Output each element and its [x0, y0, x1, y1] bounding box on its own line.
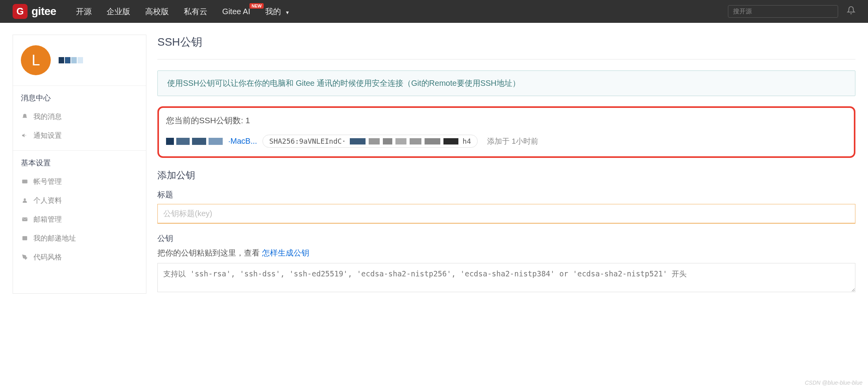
svg-rect-2 [22, 217, 27, 221]
logo-text: gitee [31, 5, 56, 18]
key-count-value: 1 [246, 116, 250, 125]
add-key-title: 添加公钥 [157, 169, 855, 182]
key-field-label: 公钥 [157, 233, 855, 244]
key-count-label: 您当前的SSH公钥数: [166, 116, 243, 125]
paste-hint: 把你的公钥粘贴到这里，查看 怎样生成公钥 [157, 248, 855, 258]
chevron-down-icon: ▼ [285, 10, 290, 15]
hash-redacted [350, 138, 458, 144]
user-icon [21, 196, 29, 204]
ssh-keys-box: 您当前的SSH公钥数: 1 ·MacB... SHA256:9aVNLEIndC… [157, 106, 855, 158]
nav-gitee-ai[interactable]: Gitee AI NEW [222, 7, 250, 16]
sidebar-item-label: 通知设置 [33, 131, 62, 140]
nav-mine[interactable]: 我的 ▼ [265, 6, 290, 17]
sidebar-item-label: 我的邮递地址 [33, 233, 76, 243]
hash-prefix: SHA256:9aVNLEIndC· [269, 137, 346, 145]
sidebar-item-email[interactable]: 邮箱管理 [13, 210, 146, 229]
nav-right [728, 5, 855, 18]
nav-ai-label: Gitee AI [222, 7, 250, 16]
key-count-row: 您当前的SSH公钥数: 1 [166, 115, 847, 126]
speaker-icon [21, 132, 29, 139]
svg-point-1 [24, 198, 26, 200]
logo-badge: G [13, 4, 28, 19]
nav-enterprise[interactable]: 企业版 [107, 6, 130, 17]
sidebar: L 消息中心 我的消息 通知设置 基本设置 [13, 35, 146, 294]
key-fingerprint: SHA256:9aVNLEIndC· h4 [262, 135, 478, 148]
avatar[interactable]: L [21, 45, 51, 75]
nav-private-cloud[interactable]: 私有云 [184, 6, 207, 17]
envelope-icon [21, 215, 29, 223]
bell-icon[interactable] [847, 6, 855, 17]
bell-solid-icon [21, 113, 29, 120]
key-added-time: 添加于 1小时前 [487, 136, 538, 146]
sidebar-item-profile[interactable]: 个人资料 [13, 191, 146, 210]
sidebar-heading-basic: 基本设置 [13, 158, 146, 172]
nav-university[interactable]: 高校版 [145, 6, 169, 17]
sidebar-item-mailing-address[interactable]: 我的邮递地址 [13, 229, 146, 248]
title-field-label: 标题 [157, 189, 855, 200]
svg-rect-0 [22, 180, 27, 183]
sidebar-heading-messages: 消息中心 [13, 93, 146, 107]
divider [157, 59, 855, 59]
sidebar-item-label: 帐号管理 [33, 177, 62, 186]
sidebar-item-account[interactable]: 帐号管理 [13, 172, 146, 191]
nav-links: 开源 企业版 高校版 私有云 Gitee AI NEW 我的 ▼ [76, 6, 290, 17]
key-device-name[interactable]: ·MacB... [228, 137, 257, 146]
svg-rect-3 [22, 236, 27, 241]
sidebar-item-notification-settings[interactable]: 通知设置 [13, 126, 146, 145]
sidebar-item-code-style[interactable]: 代码风格 [13, 248, 146, 267]
ssh-key-row: ·MacB... SHA256:9aVNLEIndC· h4 添加于 1小时前 [166, 135, 847, 148]
sidebar-item-label: 邮箱管理 [33, 215, 62, 224]
generate-key-link[interactable]: 怎样生成公钥 [262, 248, 309, 257]
id-card-icon [21, 178, 29, 185]
public-key-textarea[interactable] [157, 263, 855, 292]
main-content: SSH公钥 使用SSH公钥可以让你在你的电脑和 Gitee 通讯的时候使用安全连… [157, 35, 855, 294]
paste-hint-text: 把你的公钥粘贴到这里，查看 [157, 248, 260, 257]
sidebar-item-label: 个人资料 [33, 196, 62, 205]
username-redacted [59, 57, 83, 63]
nav-mine-label: 我的 [265, 7, 281, 16]
address-icon [21, 234, 29, 242]
nav-opensource[interactable]: 开源 [76, 6, 92, 17]
brush-icon [21, 253, 29, 261]
profile-box: L [13, 35, 146, 86]
sidebar-item-label: 代码风格 [33, 252, 62, 262]
sidebar-section-messages: 消息中心 我的消息 通知设置 [13, 86, 146, 151]
logo[interactable]: G gitee [13, 4, 56, 19]
sidebar-item-label: 我的消息 [33, 112, 62, 121]
new-badge: NEW [249, 3, 264, 9]
hash-suffix: h4 [462, 137, 471, 145]
page-title: SSH公钥 [157, 35, 855, 50]
sidebar-item-my-messages[interactable]: 我的消息 [13, 107, 146, 126]
key-title-input[interactable] [157, 204, 855, 224]
key-name-redacted [166, 138, 223, 145]
search-input[interactable] [728, 5, 838, 18]
info-banner: 使用SSH公钥可以让你在你的电脑和 Gitee 通讯的时候使用安全连接（Git的… [157, 70, 855, 96]
sidebar-section-basic: 基本设置 帐号管理 个人资料 邮箱管理 [13, 151, 146, 272]
top-nav: G gitee 开源 企业版 高校版 私有云 Gitee AI NEW 我的 ▼ [0, 0, 868, 23]
